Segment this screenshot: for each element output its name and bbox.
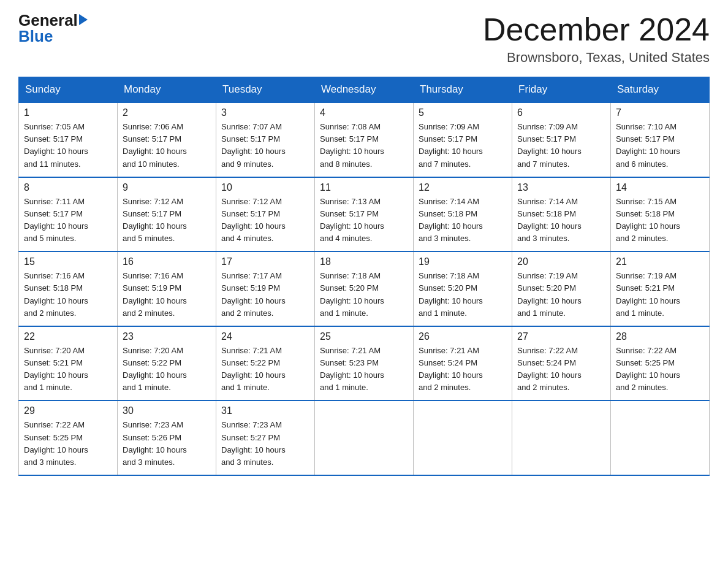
calendar-week-row: 22Sunrise: 7:20 AMSunset: 5:21 PMDayligh… <box>19 326 710 401</box>
logo-general-label: General <box>18 12 78 28</box>
day-info: Sunrise: 7:07 AMSunset: 5:17 PMDaylight:… <box>221 121 309 170</box>
day-number: 18 <box>320 256 408 267</box>
day-info: Sunrise: 7:06 AMSunset: 5:17 PMDaylight:… <box>123 121 211 170</box>
day-number: 4 <box>320 107 408 118</box>
calendar-day-cell: 1Sunrise: 7:05 AMSunset: 5:17 PMDaylight… <box>19 102 118 177</box>
day-info: Sunrise: 7:17 AMSunset: 5:19 PMDaylight:… <box>221 270 309 320</box>
page-header: General Blue December 2024 Brownsboro, T… <box>18 12 710 66</box>
title-block: December 2024 Brownsboro, Texas, United … <box>483 12 710 66</box>
logo-blue-label: Blue <box>18 27 53 45</box>
day-number: 14 <box>616 182 704 193</box>
day-info: Sunrise: 7:16 AMSunset: 5:19 PMDaylight:… <box>123 270 211 320</box>
calendar-day-cell: 4Sunrise: 7:08 AMSunset: 5:17 PMDaylight… <box>315 102 414 177</box>
calendar-day-cell <box>611 400 710 475</box>
calendar-day-cell: 7Sunrise: 7:10 AMSunset: 5:17 PMDaylight… <box>611 102 710 177</box>
day-number: 5 <box>419 107 507 118</box>
calendar-day-cell: 12Sunrise: 7:14 AMSunset: 5:18 PMDayligh… <box>414 177 512 252</box>
day-number: 2 <box>123 107 211 118</box>
day-info: Sunrise: 7:18 AMSunset: 5:20 PMDaylight:… <box>419 270 507 320</box>
day-info: Sunrise: 7:09 AMSunset: 5:17 PMDaylight:… <box>517 121 605 170</box>
calendar-day-cell: 5Sunrise: 7:09 AMSunset: 5:17 PMDaylight… <box>414 102 512 177</box>
calendar-week-row: 1Sunrise: 7:05 AMSunset: 5:17 PMDaylight… <box>19 102 710 177</box>
day-info: Sunrise: 7:12 AMSunset: 5:17 PMDaylight:… <box>123 196 211 245</box>
calendar-day-cell: 11Sunrise: 7:13 AMSunset: 5:17 PMDayligh… <box>315 177 414 252</box>
day-info: Sunrise: 7:05 AMSunset: 5:17 PMDaylight:… <box>24 121 112 170</box>
day-info: Sunrise: 7:11 AMSunset: 5:17 PMDaylight:… <box>24 196 112 245</box>
day-number: 29 <box>24 405 112 416</box>
calendar-day-cell <box>315 400 414 475</box>
calendar-day-cell: 24Sunrise: 7:21 AMSunset: 5:22 PMDayligh… <box>216 326 315 401</box>
calendar-day-cell: 14Sunrise: 7:15 AMSunset: 5:18 PMDayligh… <box>611 177 710 252</box>
calendar-day-cell: 26Sunrise: 7:21 AMSunset: 5:24 PMDayligh… <box>414 326 512 401</box>
calendar-day-cell: 30Sunrise: 7:23 AMSunset: 5:26 PMDayligh… <box>118 400 216 475</box>
day-number: 28 <box>616 331 704 342</box>
month-title: December 2024 <box>483 12 710 47</box>
day-number: 12 <box>419 182 507 193</box>
day-info: Sunrise: 7:23 AMSunset: 5:26 PMDaylight:… <box>123 419 211 469</box>
day-info: Sunrise: 7:22 AMSunset: 5:25 PMDaylight:… <box>616 345 704 394</box>
day-number: 11 <box>320 182 408 193</box>
day-info: Sunrise: 7:20 AMSunset: 5:22 PMDaylight:… <box>123 345 211 394</box>
calendar-day-cell: 8Sunrise: 7:11 AMSunset: 5:17 PMDaylight… <box>19 177 118 252</box>
calendar-week-row: 15Sunrise: 7:16 AMSunset: 5:18 PMDayligh… <box>19 251 710 326</box>
calendar-day-cell: 3Sunrise: 7:07 AMSunset: 5:17 PMDaylight… <box>216 102 315 177</box>
days-header-row: SundayMondayTuesdayWednesdayThursdayFrid… <box>19 77 710 103</box>
day-number: 3 <box>221 107 309 118</box>
day-header-tuesday: Tuesday <box>216 77 315 103</box>
calendar-day-cell: 6Sunrise: 7:09 AMSunset: 5:17 PMDaylight… <box>512 102 611 177</box>
day-info: Sunrise: 7:22 AMSunset: 5:25 PMDaylight:… <box>24 419 112 469</box>
day-header-monday: Monday <box>118 77 216 103</box>
day-info: Sunrise: 7:20 AMSunset: 5:21 PMDaylight:… <box>24 345 112 394</box>
calendar-day-cell: 25Sunrise: 7:21 AMSunset: 5:23 PMDayligh… <box>315 326 414 401</box>
day-info: Sunrise: 7:08 AMSunset: 5:17 PMDaylight:… <box>320 121 408 170</box>
calendar-day-cell: 18Sunrise: 7:18 AMSunset: 5:20 PMDayligh… <box>315 251 414 326</box>
calendar-day-cell: 16Sunrise: 7:16 AMSunset: 5:19 PMDayligh… <box>118 251 216 326</box>
day-number: 24 <box>221 331 309 342</box>
day-number: 10 <box>221 182 309 193</box>
day-info: Sunrise: 7:12 AMSunset: 5:17 PMDaylight:… <box>221 196 309 245</box>
day-number: 13 <box>517 182 605 193</box>
calendar-day-cell: 23Sunrise: 7:20 AMSunset: 5:22 PMDayligh… <box>118 326 216 401</box>
day-number: 26 <box>419 331 507 342</box>
logo-blue-text: Blue <box>18 28 53 44</box>
calendar-day-cell: 21Sunrise: 7:19 AMSunset: 5:21 PMDayligh… <box>611 251 710 326</box>
day-number: 6 <box>517 107 605 118</box>
day-info: Sunrise: 7:13 AMSunset: 5:17 PMDaylight:… <box>320 196 408 245</box>
calendar-week-row: 8Sunrise: 7:11 AMSunset: 5:17 PMDaylight… <box>19 177 710 252</box>
calendar-week-row: 29Sunrise: 7:22 AMSunset: 5:25 PMDayligh… <box>19 400 710 475</box>
day-info: Sunrise: 7:19 AMSunset: 5:21 PMDaylight:… <box>616 270 704 320</box>
day-number: 17 <box>221 256 309 267</box>
logo: General Blue <box>18 12 88 44</box>
day-info: Sunrise: 7:21 AMSunset: 5:22 PMDaylight:… <box>221 345 309 394</box>
day-info: Sunrise: 7:21 AMSunset: 5:23 PMDaylight:… <box>320 345 408 394</box>
logo-arrow-icon <box>79 14 88 25</box>
day-number: 30 <box>123 405 211 416</box>
day-number: 23 <box>123 331 211 342</box>
day-number: 27 <box>517 331 605 342</box>
day-header-wednesday: Wednesday <box>315 77 414 103</box>
calendar-day-cell: 31Sunrise: 7:23 AMSunset: 5:27 PMDayligh… <box>216 400 315 475</box>
calendar-day-cell: 20Sunrise: 7:19 AMSunset: 5:20 PMDayligh… <box>512 251 611 326</box>
day-info: Sunrise: 7:16 AMSunset: 5:18 PMDaylight:… <box>24 270 112 320</box>
day-info: Sunrise: 7:22 AMSunset: 5:24 PMDaylight:… <box>517 345 605 394</box>
day-number: 25 <box>320 331 408 342</box>
calendar-table: SundayMondayTuesdayWednesdayThursdayFrid… <box>18 77 710 476</box>
day-header-sunday: Sunday <box>19 77 118 103</box>
day-info: Sunrise: 7:14 AMSunset: 5:18 PMDaylight:… <box>419 196 507 245</box>
calendar-day-cell: 28Sunrise: 7:22 AMSunset: 5:25 PMDayligh… <box>611 326 710 401</box>
day-number: 20 <box>517 256 605 267</box>
day-info: Sunrise: 7:18 AMSunset: 5:20 PMDaylight:… <box>320 270 408 320</box>
day-info: Sunrise: 7:09 AMSunset: 5:17 PMDaylight:… <box>419 121 507 170</box>
calendar-day-cell <box>414 400 512 475</box>
day-header-thursday: Thursday <box>414 77 512 103</box>
day-number: 15 <box>24 256 112 267</box>
day-number: 19 <box>419 256 507 267</box>
day-number: 8 <box>24 182 112 193</box>
calendar-day-cell: 9Sunrise: 7:12 AMSunset: 5:17 PMDaylight… <box>118 177 216 252</box>
day-info: Sunrise: 7:21 AMSunset: 5:24 PMDaylight:… <box>419 345 507 394</box>
day-number: 31 <box>221 405 309 416</box>
day-number: 7 <box>616 107 704 118</box>
location-title: Brownsboro, Texas, United States <box>483 50 710 66</box>
calendar-day-cell: 13Sunrise: 7:14 AMSunset: 5:18 PMDayligh… <box>512 177 611 252</box>
calendar-day-cell: 29Sunrise: 7:22 AMSunset: 5:25 PMDayligh… <box>19 400 118 475</box>
